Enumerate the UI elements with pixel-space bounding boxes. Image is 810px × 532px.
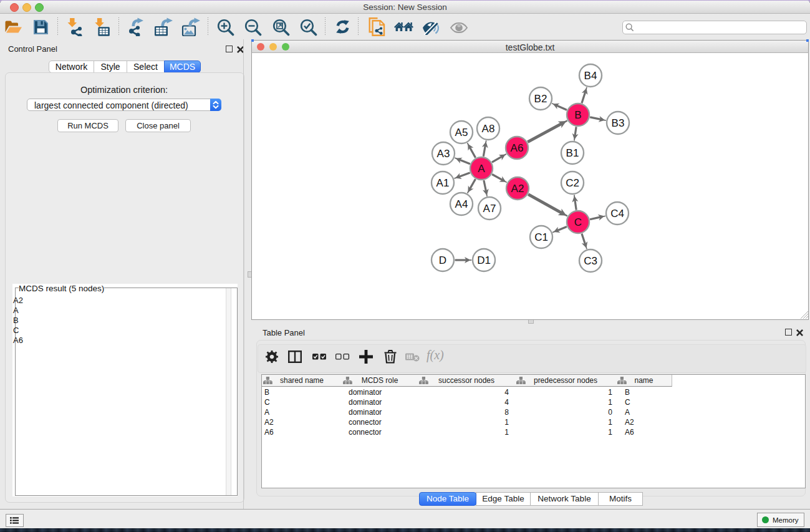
svg-text:A4: A4 xyxy=(455,198,468,210)
svg-text:B4: B4 xyxy=(584,70,597,82)
svg-text:A5: A5 xyxy=(455,127,468,138)
svg-text:B1: B1 xyxy=(566,147,579,159)
svg-text:A7: A7 xyxy=(483,203,496,215)
svg-text:D: D xyxy=(439,254,446,266)
svg-text:A1: A1 xyxy=(436,177,450,189)
svg-text:B: B xyxy=(574,109,581,121)
svg-text:C1: C1 xyxy=(534,231,548,243)
svg-text:D1: D1 xyxy=(477,254,491,266)
svg-text:C3: C3 xyxy=(584,255,597,267)
svg-text:A8: A8 xyxy=(482,123,495,135)
svg-text:A3: A3 xyxy=(437,148,450,160)
svg-text:C4: C4 xyxy=(610,208,624,220)
svg-text:B3: B3 xyxy=(612,117,625,129)
svg-text:C2: C2 xyxy=(566,177,579,189)
svg-text:A2: A2 xyxy=(511,183,524,195)
svg-text:A6: A6 xyxy=(511,142,524,154)
svg-text:C: C xyxy=(574,216,582,228)
svg-text:B2: B2 xyxy=(534,93,547,105)
svg-text:A: A xyxy=(478,163,485,175)
